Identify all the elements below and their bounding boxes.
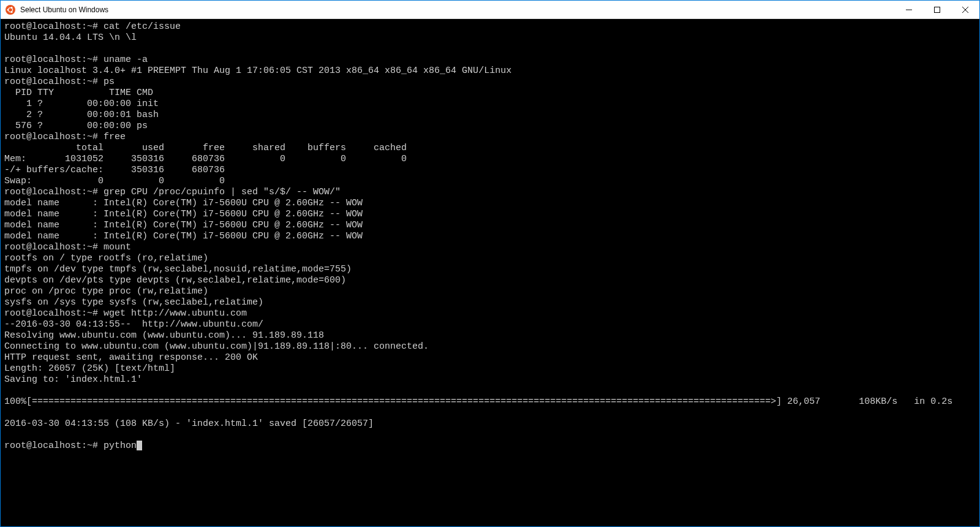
terminal-line: tmpfs on /dev type tmpfs (rw,seclabel,no… [4, 264, 352, 275]
terminal-line: 2 ? 00:00:01 bash [4, 110, 159, 120]
close-button[interactable] [951, 1, 979, 18]
minimize-button[interactable] [895, 1, 923, 18]
terminal-line: sysfs on /sys type sysfs (rw,seclabel,re… [4, 297, 263, 308]
terminal-line: 576 ? 00:00:00 ps [4, 121, 148, 131]
terminal-line: model name : Intel(R) Core(TM) i7-5600U … [4, 231, 363, 241]
terminal-line: 100%[===================================… [4, 396, 952, 407]
terminal-line: root@localhost:~# ps [4, 77, 115, 87]
svg-point-0 [6, 5, 15, 15]
terminal-line: proc on /proc type proc (rw,relatime) [4, 286, 208, 297]
terminal-line: root@localhost:~# grep CPU /proc/cpuinfo… [4, 187, 341, 197]
terminal-line: model name : Intel(R) Core(TM) i7-5600U … [4, 198, 363, 208]
terminal-line: model name : Intel(R) Core(TM) i7-5600U … [4, 220, 363, 230]
maximize-button[interactable] [923, 1, 951, 18]
terminal-line: -/+ buffers/cache: 350316 680736 [4, 165, 225, 175]
terminal-line: 1 ? 00:00:00 init [4, 99, 159, 109]
terminal-line: root@localhost:~# wget http://www.ubuntu… [4, 308, 247, 319]
terminal-line: rootfs on / type rootfs (ro,relatime) [4, 253, 208, 264]
terminal-line: total used free shared buffers cached [4, 143, 407, 153]
terminal-line: Ubuntu 14.04.4 LTS \n \l [4, 32, 137, 43]
terminal-line: --2016-03-30 04:13:55-- http://www.ubunt… [4, 319, 263, 330]
terminal-line: Length: 26057 (25K) [text/html] [4, 363, 175, 374]
terminal-line: model name : Intel(R) Core(TM) i7-5600U … [4, 209, 363, 219]
window-title: Select Ubuntu on Windows [20, 6, 895, 14]
window-titlebar: Select Ubuntu on Windows [1, 1, 979, 19]
terminal-line: root@localhost:~# mount [4, 242, 131, 252]
window-controls [895, 1, 979, 18]
cursor [137, 441, 142, 450]
terminal-line: root@localhost:~# uname -a [4, 55, 148, 65]
ubuntu-icon [6, 5, 15, 15]
terminal-line: root@localhost:~# free [4, 132, 126, 142]
terminal-area[interactable]: root@localhost:~# cat /etc/issue Ubuntu … [1, 19, 979, 526]
terminal-line: Saving to: 'index.html.1' [4, 374, 142, 385]
terminal-line: root@localhost:~# cat /etc/issue [4, 21, 181, 32]
terminal-line: PID TTY TIME CMD [4, 88, 153, 98]
svg-rect-6 [935, 7, 940, 12]
terminal-line: Swap: 0 0 0 [4, 176, 225, 186]
terminal-line: devpts on /dev/pts type devpts (rw,secla… [4, 275, 346, 286]
terminal-line: Linux localhost 3.4.0+ #1 PREEMPT Thu Au… [4, 66, 511, 76]
terminal-line: Connecting to www.ubuntu.com (www.ubuntu… [4, 341, 429, 352]
terminal-prompt-line: root@localhost:~# python [4, 441, 137, 451]
terminal-line: 2016-03-30 04:13:55 (108 KB/s) - 'index.… [4, 419, 374, 429]
terminal-line: Resolving www.ubuntu.com (www.ubuntu.com… [4, 330, 324, 341]
terminal-line: Mem: 1031052 350316 680736 0 0 0 [4, 154, 407, 164]
terminal-line: HTTP request sent, awaiting response... … [4, 352, 258, 363]
